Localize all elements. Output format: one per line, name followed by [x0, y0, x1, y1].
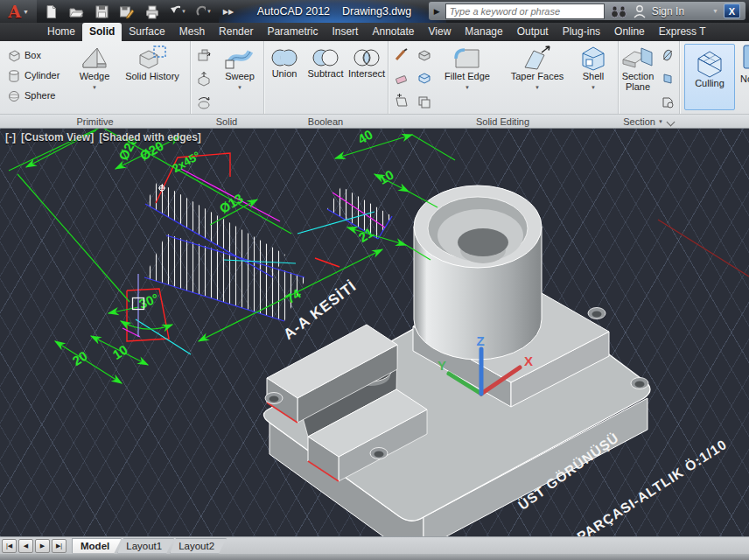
section-footer-dropdown-icon: ▼: [658, 119, 663, 124]
extrude-button[interactable]: [193, 68, 214, 89]
polysolid-button[interactable]: [193, 45, 214, 66]
imprint-cube-icon: [416, 70, 432, 86]
fillet-edge-dropdown-icon: ▼: [465, 82, 470, 93]
tab-output[interactable]: Output: [510, 23, 556, 41]
infocenter-collapse-icon[interactable]: ▶: [434, 7, 440, 16]
jog-icon: [660, 71, 676, 87]
viewport-visual-style-control[interactable]: [Shaded with edges]: [99, 131, 201, 144]
panel-solid: Sweep ▼ Solid: [190, 41, 264, 129]
plot-button[interactable]: [144, 3, 161, 20]
solid-history-button[interactable]: Solid History: [117, 45, 187, 81]
signin-dropdown-icon[interactable]: ▼: [712, 8, 718, 14]
tab-home[interactable]: Home: [40, 23, 82, 41]
tab-layout2[interactable]: Layout2: [170, 538, 227, 554]
panel-primitive: Box Cylinder Sphere: [0, 41, 191, 129]
solid-history-icon: [136, 45, 168, 71]
tab-annotate[interactable]: Annotate: [365, 23, 421, 41]
taper-faces-icon: [521, 45, 554, 71]
tab-express-tools[interactable]: Express T: [652, 23, 713, 41]
tab-insert[interactable]: Insert: [325, 23, 365, 41]
tab-manage[interactable]: Manage: [458, 23, 509, 41]
undo-button[interactable]: ▼: [169, 3, 186, 20]
culling-button[interactable]: Culling: [684, 44, 735, 110]
imprint-button[interactable]: [414, 67, 435, 88]
next-tab-button[interactable]: ▶: [35, 539, 50, 553]
add-jog-button[interactable]: [657, 68, 678, 89]
extract-edges-button[interactable]: [391, 45, 412, 66]
no-filter-label: No: [740, 74, 749, 84]
undo-dropdown-icon: ▼: [181, 9, 186, 14]
tab-solid[interactable]: Solid: [82, 23, 122, 41]
wedge-button[interactable]: Wedge ▼: [74, 45, 116, 93]
sweep-button[interactable]: Sweep ▼: [220, 45, 260, 93]
viewport-view-control[interactable]: [Custom View]: [21, 131, 94, 144]
shell-button[interactable]: Shell ▼: [573, 45, 613, 93]
dim-d20b: 20: [70, 348, 90, 368]
model-space-viewport[interactable]: [-] [Custom View] [Shaded with edges]: [0, 129, 749, 536]
copy-edges-button[interactable]: [414, 90, 435, 111]
tab-layout1[interactable]: Layout1: [117, 538, 174, 554]
sign-in-button[interactable]: Sign In: [652, 5, 684, 18]
viewport-controls: [-] [Custom View] [Shaded with edges]: [5, 131, 201, 144]
tab-parametric[interactable]: Parametric: [260, 23, 325, 41]
previous-tab-button[interactable]: ◀: [18, 539, 33, 553]
subtract-button[interactable]: Subtract: [304, 47, 347, 79]
intersect-button[interactable]: Intersect: [347, 47, 386, 79]
union-button[interactable]: Union: [267, 47, 302, 79]
tab-view[interactable]: View: [422, 23, 458, 41]
generate-section-button[interactable]: [657, 92, 678, 113]
tab-online[interactable]: Online: [607, 23, 652, 41]
section-plane-button[interactable]: Section Plane: [620, 45, 656, 92]
sweep-label: Sweep: [225, 71, 255, 81]
offset-edge-button[interactable]: [391, 90, 412, 111]
separate-cube-icon: [416, 47, 432, 63]
taper-faces-button[interactable]: Taper Faces ▼: [508, 45, 566, 93]
tab-model[interactable]: Model: [72, 538, 122, 554]
solid-editing-panel-footer[interactable]: Solid Editing: [388, 114, 618, 129]
tab-render[interactable]: Render: [212, 23, 260, 41]
sphere-button[interactable]: Sphere: [4, 86, 62, 105]
cylinder-button[interactable]: Cylinder: [4, 66, 62, 85]
clean-button[interactable]: [391, 67, 412, 88]
viewport-menu-control[interactable]: [-]: [5, 131, 16, 144]
printer-icon: [144, 4, 160, 19]
search-input[interactable]: [445, 4, 605, 19]
sphere-label: Sphere: [24, 90, 55, 101]
save-as-button[interactable]: [118, 3, 136, 20]
new-drawing-button[interactable]: [42, 3, 60, 20]
redo-button[interactable]: ▼: [194, 3, 212, 20]
section-panel-label: Section: [623, 116, 655, 127]
separate-button[interactable]: [414, 45, 435, 66]
polysolid-icon: [196, 47, 212, 63]
section-panel-footer[interactable]: Section ▼: [618, 114, 679, 129]
section-dialog-launcher-icon[interactable]: [666, 117, 675, 126]
solid-panel-label: Solid: [216, 116, 237, 127]
box-button[interactable]: Box: [4, 46, 62, 65]
tab-surface[interactable]: Surface: [122, 23, 172, 41]
no-filter-button[interactable]: No: [738, 44, 749, 84]
solid-panel-footer[interactable]: Solid: [190, 114, 263, 129]
autocad-window: A ▼: [0, 0, 749, 560]
fillet-edge-button[interactable]: Fillet Edge ▼: [442, 45, 493, 93]
tab-mesh[interactable]: Mesh: [172, 23, 212, 41]
selection-panel-footer[interactable]: [679, 114, 749, 129]
generate-section-icon: [660, 94, 676, 110]
last-tab-button[interactable]: ▶|: [52, 539, 66, 553]
taper-faces-dropdown-icon: ▼: [535, 82, 540, 93]
subtract-label: Subtract: [308, 68, 344, 79]
window-title: AutoCAD 2012 Drawing3.dwg: [229, 0, 439, 23]
live-section-button[interactable]: [657, 45, 678, 66]
search-binoculars-icon[interactable]: [610, 4, 627, 18]
open-folder-icon: [68, 4, 84, 19]
open-button[interactable]: [67, 3, 85, 20]
first-tab-button[interactable]: |◀: [2, 539, 17, 553]
revolve-button[interactable]: [193, 92, 214, 113]
exchange-apps-button[interactable]: X: [724, 4, 740, 18]
wedge-dropdown-icon: ▼: [92, 82, 97, 93]
primitive-panel-footer[interactable]: Primitive: [0, 114, 190, 129]
tab-plugins[interactable]: Plug-ins: [556, 23, 607, 41]
application-menu-button[interactable]: A ▼: [0, 0, 37, 23]
boolean-panel-footer[interactable]: Boolean: [263, 114, 388, 129]
ucs-z-label: Z: [476, 333, 484, 348]
save-button[interactable]: [93, 3, 110, 20]
